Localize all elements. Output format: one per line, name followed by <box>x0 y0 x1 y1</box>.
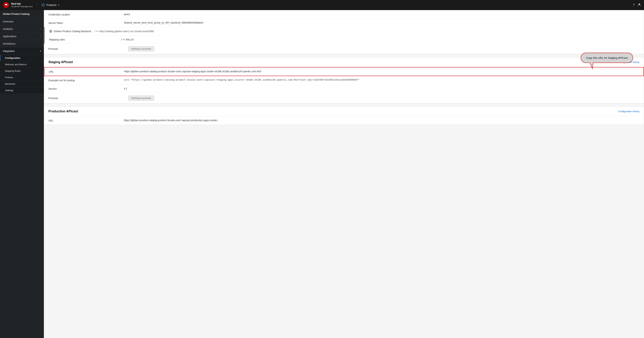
callout-bubble: Copy this URL for Staging APICast <box>581 53 633 63</box>
backend-name: Globex Product Catalog Backend / => http… <box>49 27 640 36</box>
integration-chevron-icon: ▾ <box>40 50 41 52</box>
staging-promote-label: Promote <box>48 97 124 100</box>
svg-point-1 <box>638 4 640 5</box>
brand-subtitle: 3scale API Management <box>11 6 32 8</box>
sidebar-item-methods-metrics[interactable]: Methods and Metrics <box>0 61 44 68</box>
secret-token-value: Shared_secret_sent_from_proxy_to_API_bac… <box>124 21 640 24</box>
sidebar-item-integration-label: Integration <box>3 50 15 52</box>
top-promote-label: Promote <box>48 48 124 50</box>
sidebar-item-mapping-rules-label: Mapping Rules <box>5 70 21 72</box>
top-section-card: Credential Location query Secret Token S… <box>44 10 644 54</box>
products-nav[interactable]: Products ▼ <box>41 3 60 7</box>
top-promote-button[interactable]: Nothing to promote <box>128 46 154 52</box>
sidebar-item-policies[interactable]: Policies <box>0 74 44 81</box>
secret-token-row: Secret Token Shared_secret_sent_from_pro… <box>44 19 644 27</box>
section-separator-2 <box>44 104 644 105</box>
sidebar-item-backends-label: Backends <box>5 82 15 85</box>
globe-icon <box>49 30 52 33</box>
sidebar-item-configuration[interactable]: Configuration <box>0 55 44 61</box>
callout-text: Copy this URL for Staging APICast <box>586 56 628 59</box>
brand-text: Red Hat 3scale API Management <box>11 2 32 8</box>
analytics-chevron-icon: › <box>40 28 41 30</box>
backend-name-text: Globex Product Catalog Backend <box>54 30 91 33</box>
staging-curl-value: curl "https://globex-product-catalog-pro… <box>124 78 640 81</box>
sidebar-item-backends[interactable]: Backends <box>0 81 44 87</box>
sidebar: Globex Product Catalog Overview Analytic… <box>0 10 44 338</box>
top-nav: Red Hat 3scale API Management Products ▼… <box>0 0 644 10</box>
sidebar-item-integration[interactable]: Integration ▾ <box>0 48 44 55</box>
sidebar-item-mapping-rules[interactable]: Mapping Rules <box>0 68 44 74</box>
sidebar-item-activedocs[interactable]: ActiveDocs <box>0 40 44 48</box>
production-url-row: URL https://globex-product-catalog-produ… <box>44 116 644 124</box>
backend-route: / => http://catalog.globex-user1.svc.clu… <box>94 30 154 33</box>
products-label: Products <box>46 4 56 6</box>
brand: Red Hat 3scale API Management <box>3 2 32 8</box>
staging-version-row: Version v.1 <box>44 84 644 93</box>
production-url-value: https://globex-product-catalog-product-3… <box>124 119 640 122</box>
sidebar-item-activedocs-label: ActiveDocs <box>3 42 16 45</box>
staging-version-label: Version <box>48 87 124 90</box>
sidebar-item-policies-label: Policies <box>5 76 13 79</box>
applications-chevron-icon: › <box>40 35 41 38</box>
sidebar-product-name: Globex Product Catalog <box>0 10 44 18</box>
staging-url-row: URL https://globex-product-catalog-produ… <box>44 67 644 76</box>
nav-icons: ? <box>633 3 641 7</box>
sidebar-item-applications-label: Applications <box>3 35 16 38</box>
sidebar-item-settings[interactable]: Settings <box>0 87 44 94</box>
backend-row: Globex Product Catalog Backend / => http… <box>44 27 644 44</box>
credential-location-row: Credential Location query <box>44 10 644 19</box>
production-url-label: URL <box>48 119 124 122</box>
staging-url-container: URL https://globex-product-catalog-produ… <box>44 67 644 76</box>
top-promote-row: Promote Nothing to promote <box>44 44 644 54</box>
sidebar-item-applications[interactable]: Applications › <box>0 33 44 40</box>
section-separator <box>44 56 644 57</box>
sidebar-item-analytics-label: Analytics <box>3 28 13 30</box>
credential-location-value: query <box>124 13 640 16</box>
staging-promote-button[interactable]: Nothing to promote <box>128 96 154 101</box>
staging-url-value: https://globex-product-catalog-product-3… <box>124 70 639 73</box>
main-content: Credential Location query Secret Token S… <box>44 10 644 338</box>
sidebar-item-overview[interactable]: Overview <box>0 18 44 25</box>
app-layout: Globex Product Catalog Overview Analytic… <box>0 10 644 338</box>
staging-section: Staging APIcast Configuration history UR… <box>44 57 644 104</box>
secret-token-label: Secret Token <box>48 21 124 24</box>
user-button[interactable] <box>638 3 641 7</box>
sidebar-item-analytics[interactable]: Analytics › <box>0 25 44 33</box>
sidebar-item-overview-label: Overview <box>3 20 13 23</box>
sidebar-item-configuration-label: Configuration <box>5 57 20 59</box>
staging-curl-row: Example curl for testing curl "https://g… <box>44 76 644 84</box>
callout-bubble-container: Copy this URL for Staging APICast <box>581 53 633 63</box>
scroll-content: Credential Location query Secret Token S… <box>44 10 644 125</box>
sidebar-item-settings-label: Settings <box>5 89 14 92</box>
products-icon <box>41 3 45 7</box>
production-config-history-link[interactable]: Configuration history <box>618 110 640 113</box>
production-title: Production APIcast <box>48 110 78 113</box>
user-icon <box>638 3 641 6</box>
credential-location-label: Credential Location <box>48 13 124 16</box>
staging-title: Staging APIcast <box>48 60 73 64</box>
mapping-rules-row: Mapping rules / => hits.10 <box>49 36 640 44</box>
mapping-rules-value: / => hits.10 <box>121 38 640 41</box>
production-header: Production APIcast Configuration history <box>44 106 644 116</box>
staging-url-label: URL <box>49 70 124 73</box>
nav-divider <box>37 2 37 8</box>
sidebar-item-methods-metrics-label: Methods and Metrics <box>5 63 27 66</box>
help-button[interactable]: ? <box>633 3 635 7</box>
staging-promote-row: Promote Nothing to promote <box>44 93 644 104</box>
brand-name: Red Hat <box>11 2 32 6</box>
mapping-rules-label: Mapping rules <box>49 38 121 41</box>
products-chevron-icon: ▼ <box>58 4 60 6</box>
callout-tail-inner-icon <box>590 62 593 68</box>
production-section: Production APIcast Configuration history… <box>44 106 644 125</box>
staging-curl-label: Example curl for testing <box>48 78 124 82</box>
staging-version-value: v.1 <box>124 87 640 90</box>
staging-header: Staging APIcast Configuration history <box>44 57 644 67</box>
redhat-logo-icon <box>3 2 9 8</box>
